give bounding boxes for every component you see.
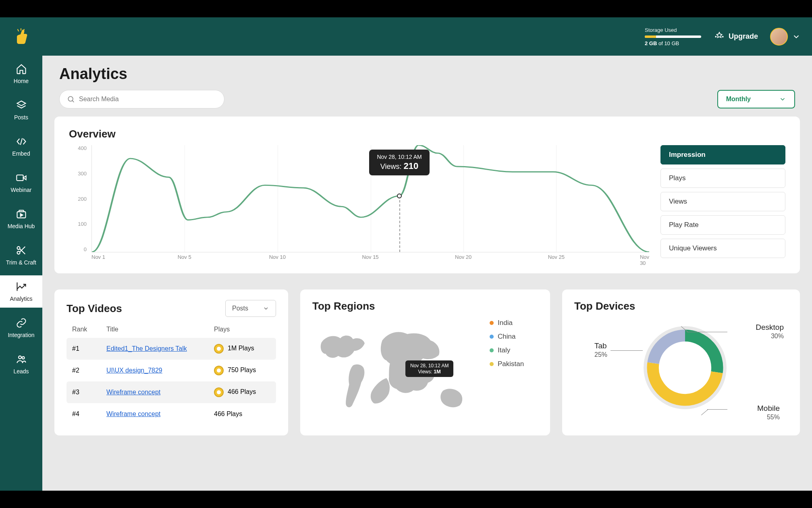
period-dropdown[interactable]: Monthly (717, 90, 795, 108)
overview-card: Overview 4003002001000 (54, 117, 800, 273)
cell-rank: #2 (72, 367, 106, 374)
chart-tooltip: Nov 28, 10:12 AM Views: 210 (369, 150, 430, 175)
metric-selector: ImpressionPlaysViewsPlay RateUnique View… (660, 145, 785, 262)
video-link[interactable]: Wireframe concept (106, 389, 160, 396)
svg-point-22 (663, 346, 707, 389)
chevron-down-icon (779, 96, 786, 103)
svg-point-17 (22, 357, 24, 359)
upgrade-button[interactable]: Upgrade (714, 31, 758, 42)
legend-item: China (490, 333, 538, 341)
medal-icon (214, 387, 224, 397)
code-icon (16, 136, 27, 147)
sidebar-item-label: Posts (14, 114, 28, 121)
svg-marker-5 (17, 101, 25, 106)
map-tooltip-label: Views: (418, 369, 433, 375)
svg-point-3 (715, 36, 716, 37)
layers-icon (16, 100, 27, 111)
search-icon (67, 95, 75, 103)
top-bar: Storage Used 2 GB of 10 GB Upgrade (0, 17, 812, 56)
top-devices-card: Top Devices Desktop30% Mobile (562, 289, 800, 435)
legend-swatch (490, 321, 494, 325)
sidebar-item-leads[interactable]: Leads (0, 348, 42, 380)
device-label-mobile: Mobile55% (757, 404, 780, 421)
table-row: #3 Wireframe concept 466 Plays (66, 381, 276, 403)
table-row: #2 UI\UX design_7829 750 Plays (66, 360, 276, 381)
donut-chart (643, 325, 727, 410)
search-input[interactable] (59, 90, 224, 108)
media-icon (16, 208, 27, 220)
app-logo-icon (11, 27, 31, 46)
world-map: Nov 28, 10:12 AM Views: 1M (312, 317, 482, 422)
storage-indicator: Storage Used 2 GB of 10 GB (645, 27, 701, 46)
device-label-tab: Tab25% (594, 341, 607, 358)
period-label: Monthly (726, 96, 751, 103)
table-header: Rank Title Plays (66, 323, 276, 335)
upgrade-label: Upgrade (729, 32, 758, 41)
video-link[interactable]: Edited1_The Designers Talk (106, 345, 187, 352)
sidebar-item-analytics[interactable]: Analytics (0, 275, 42, 308)
legend-swatch (490, 362, 494, 366)
sidebar: Home Posts Embed Webinar Media Hub Trim … (0, 17, 42, 491)
map-tooltip-time: Nov 28, 10:12 AM (410, 363, 449, 369)
chevron-down-icon[interactable] (792, 32, 801, 41)
medal-icon (214, 366, 224, 375)
search-field[interactable] (79, 96, 217, 103)
metric-play-rate[interactable]: Play Rate (660, 215, 785, 235)
tooltip-label: Views: (380, 162, 404, 171)
metric-unique-viewers[interactable]: Unique Viewers (660, 239, 785, 258)
table-row: #4 Wireframe concept 466 Plays (66, 403, 276, 425)
upgrade-icon (714, 31, 725, 42)
chart-guide-line (399, 196, 400, 252)
top-videos-card: Top Videos Posts Rank Title Plays #1 Edi… (54, 289, 288, 435)
metric-views[interactable]: Views (660, 192, 785, 211)
sidebar-item-label: Embed (12, 150, 30, 157)
cell-rank: #1 (72, 345, 106, 352)
sidebar-item-embed[interactable]: Embed (0, 130, 42, 162)
avatar[interactable] (770, 28, 788, 46)
svg-point-4 (723, 36, 723, 37)
sidebar-item-media-hub[interactable]: Media Hub (0, 203, 42, 235)
cell-plays: 750 Plays (214, 366, 270, 375)
link-icon (16, 317, 27, 329)
dropdown-label: Posts (232, 305, 248, 312)
scissors-icon (16, 245, 27, 256)
sidebar-item-label: Media Hub (8, 223, 35, 229)
top-regions-card: Top Regions (300, 289, 550, 435)
video-link[interactable]: Wireframe concept (106, 410, 160, 417)
users-icon (16, 354, 27, 365)
analytics-icon (16, 281, 27, 292)
sidebar-item-integration[interactable]: Integration (0, 312, 42, 344)
legend-label: China (498, 333, 515, 341)
video-icon (16, 172, 27, 183)
legend-label: India (498, 319, 513, 327)
legend-label: Pakistan (498, 360, 524, 368)
col-plays: Plays (214, 326, 270, 333)
col-rank: Rank (72, 326, 106, 333)
video-link[interactable]: UI\UX design_7829 (106, 367, 162, 374)
home-icon (16, 63, 27, 75)
overview-title: Overview (69, 128, 785, 140)
top-devices-title: Top Devices (574, 300, 788, 312)
tooltip-value: 210 (404, 161, 419, 171)
cell-plays: 466 Plays (214, 410, 270, 418)
svg-point-16 (19, 356, 21, 359)
metric-plays[interactable]: Plays (660, 169, 785, 188)
sidebar-item-home[interactable]: Home (0, 58, 42, 90)
device-label-desktop: Desktop30% (756, 323, 784, 340)
cell-plays: 1M Plays (214, 344, 270, 354)
map-tooltip: Nov 28, 10:12 AM Views: 1M (405, 360, 453, 377)
chart-point-marker (397, 194, 402, 198)
metric-impression[interactable]: Impression (660, 145, 785, 164)
sidebar-item-posts[interactable]: Posts (0, 94, 42, 126)
page-title: Analytics (59, 65, 795, 83)
sidebar-item-webinar[interactable]: Webinar (0, 167, 42, 199)
legend-item: Pakistan (490, 360, 538, 368)
sidebar-item-trim-craft[interactable]: Trim & Craft (0, 239, 42, 271)
tooltip-time: Nov 28, 10:12 AM (376, 154, 422, 160)
top-videos-filter-dropdown[interactable]: Posts (225, 300, 276, 317)
map-tooltip-value: 1M (434, 369, 441, 375)
storage-text: 2 GB of 10 GB (645, 40, 701, 46)
svg-point-18 (68, 96, 73, 101)
svg-rect-7 (17, 175, 23, 181)
cell-rank: #3 (72, 389, 106, 396)
